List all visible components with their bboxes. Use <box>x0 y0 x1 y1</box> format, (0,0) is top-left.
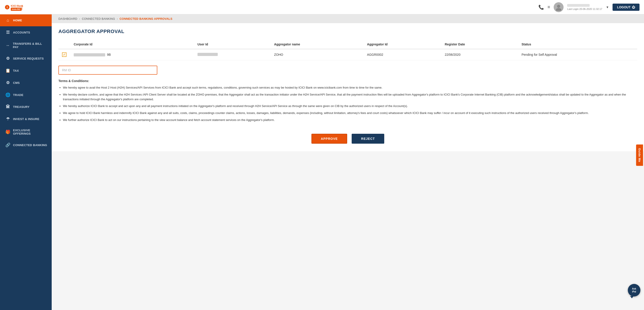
sidebar-label-home: HOME <box>13 19 22 22</box>
accounts-icon: ☰ <box>6 30 10 35</box>
layout: ⌂ HOME ☰ ACCOUNTS ↔ TRANSFERS & BILL PAY… <box>0 15 644 310</box>
approvals-table: Corporate Id User Id Aggregator name Agg… <box>58 40 637 60</box>
ask-ipal-button[interactable]: AskiPal <box>628 284 640 296</box>
last-login-time: Last Login 20-06-2020 11:32:17 <box>567 8 602 10</box>
sidebar-item-invest[interactable]: ☂ INVEST & INSURE <box>0 113 52 125</box>
user-id-masked <box>198 53 218 56</box>
avatar[interactable] <box>554 2 564 12</box>
terms-section: Terms & Conditions: We hereby agree to a… <box>58 79 637 123</box>
row-status: Pending for Self Approval <box>518 49 637 60</box>
svg-text:Insta BIZ: Insta BIZ <box>12 8 21 10</box>
header: i ICICI Bank Insta BIZ 📞 ≡ Last Login 20… <box>0 0 644 15</box>
checkmark-icon: ✓ <box>63 53 66 57</box>
col-status: Status <box>518 40 637 49</box>
terms-item-3: We hereby authorize ICICI Bank to accept… <box>63 104 637 109</box>
col-user-id: User Id <box>194 40 270 49</box>
row-user-id <box>194 49 270 60</box>
approve-button[interactable]: APPROVE <box>312 134 347 144</box>
exclusive-icon: 🎁 <box>6 130 10 134</box>
breadcrumb-connected-banking[interactable]: CONNECTED BANKING <box>82 17 115 21</box>
table-row: ✓ 9B ZOHO AGGR0002 22/06/2020 <box>58 49 637 60</box>
col-corporate-id: Corporate Id <box>70 40 194 49</box>
user-info: Last Login 20-06-2020 11:32:17 <box>567 4 602 10</box>
row-aggregator-id: AGGR0002 <box>363 49 441 60</box>
col-checkbox <box>58 40 70 49</box>
terms-item-4: We agree to hold ICICI Bank harmless and… <box>63 111 637 116</box>
sidebar-label-connected: CONNECTED BANKING <box>13 143 47 147</box>
treasury-icon: 🏛 <box>6 105 10 109</box>
corporate-id-suffix: 9B <box>107 53 111 57</box>
reject-button[interactable]: REJECT <box>352 134 384 144</box>
terms-item-5: We further authorize ICICI Bank to act o… <box>63 118 637 123</box>
sidebar-item-service[interactable]: ⚙ SERVICE REQUESTS <box>0 52 52 65</box>
row-register-date: 22/06/2020 <box>441 49 518 60</box>
user-dropdown-icon[interactable]: ▼ <box>606 6 609 9</box>
breadcrumb-sep-1: › <box>79 17 80 21</box>
sidebar-label-treasury: TREASURY <box>13 105 30 109</box>
page-title: AGGREGATOR APPROVAL <box>58 29 637 34</box>
username-masked <box>567 4 590 7</box>
sidebar-label-tax: TAX <box>13 69 19 72</box>
sidebar-item-cms[interactable]: ⚙ CMS <box>0 77 52 89</box>
corporate-id-masked <box>74 53 105 57</box>
sidebar-item-trade[interactable]: 🌐 TRADE <box>0 89 52 101</box>
transfers-icon: ↔ <box>6 43 10 48</box>
row-aggregator-name: ZOHO <box>270 49 363 60</box>
row-checkbox[interactable]: ✓ <box>62 52 66 57</box>
ask-ipal-label: AskiPal <box>632 287 636 293</box>
col-aggregator-name: Aggregator name <box>270 40 363 49</box>
guide-me-tab[interactable]: Guide Me <box>636 144 643 166</box>
logout-button[interactable]: LOGOUT ⏻ <box>612 4 640 11</box>
breadcrumb-approvals[interactable]: CONNECTED BANKING APPROVALS <box>120 17 172 21</box>
menu-icon[interactable]: ≡ <box>548 5 550 10</box>
sidebar-item-treasury[interactable]: 🏛 TREASURY <box>0 101 52 113</box>
breadcrumb-dashboard[interactable]: DASHBOARD <box>58 17 77 21</box>
sidebar-label-cms: CMS <box>13 81 20 85</box>
phone-icon[interactable]: 📞 <box>538 5 544 10</box>
rm-id-input[interactable] <box>58 66 157 75</box>
terms-title: Terms & Conditions: <box>58 79 637 83</box>
sidebar-label-exclusive: EXCLUSIVE OFFERINGS <box>13 129 47 135</box>
logo-svg: i ICICI Bank Insta BIZ <box>4 3 32 12</box>
icici-logo: i ICICI Bank Insta BIZ <box>4 3 32 12</box>
col-register-date: Register Date <box>441 40 518 49</box>
sidebar-item-home[interactable]: ⌂ HOME <box>0 15 52 26</box>
breadcrumb: DASHBOARD › CONNECTED BANKING › CONNECTE… <box>52 15 644 23</box>
sidebar-label-transfers: TRANSFERS & BILL PAY <box>13 42 47 49</box>
header-right: 📞 ≡ Last Login 20-06-2020 11:32:17 ▼ LOG… <box>538 2 640 12</box>
breadcrumb-sep-2: › <box>117 17 118 21</box>
trade-icon: 🌐 <box>6 92 10 97</box>
tax-icon: 📋 <box>6 68 10 73</box>
home-icon: ⌂ <box>6 18 10 23</box>
svg-text:i: i <box>7 6 8 9</box>
svg-text:ICICI Bank: ICICI Bank <box>11 5 23 7</box>
svg-point-7 <box>556 8 561 11</box>
sidebar-label-accounts: ACCOUNTS <box>13 31 30 34</box>
terms-item-2: We hereby declare confirm, and agree tha… <box>63 92 637 102</box>
sidebar-label-service: SERVICE REQUESTS <box>13 57 44 60</box>
action-buttons: APPROVE REJECT <box>58 129 637 146</box>
terms-list: We hereby agree to avail the Host 2 Host… <box>58 85 637 123</box>
power-icon: ⏻ <box>632 6 635 9</box>
page-content-area: AGGREGATOR APPROVAL Corporate Id User Id… <box>52 23 644 151</box>
terms-item-1: We hereby agree to avail the Host 2 Host… <box>63 85 637 90</box>
row-corporate-id: 9B <box>70 49 194 60</box>
cms-icon: ⚙ <box>6 80 10 85</box>
sidebar-item-tax[interactable]: 📋 TAX <box>0 65 52 77</box>
logo-area: i ICICI Bank Insta BIZ <box>4 3 32 12</box>
invest-icon: ☂ <box>6 116 10 121</box>
main-content: DASHBOARD › CONNECTED BANKING › CONNECTE… <box>52 15 644 310</box>
sidebar-label-trade: TRADE <box>13 93 23 97</box>
service-icon: ⚙ <box>6 56 10 61</box>
svg-point-6 <box>557 5 560 8</box>
sidebar-item-accounts[interactable]: ☰ ACCOUNTS <box>0 26 52 39</box>
avatar-svg <box>555 4 562 11</box>
table-header-row: Corporate Id User Id Aggregator name Agg… <box>58 40 637 49</box>
row-checkbox-cell: ✓ <box>58 49 70 60</box>
logout-label: LOGOUT <box>617 6 630 9</box>
connected-icon: 🔗 <box>6 143 10 147</box>
sidebar-item-transfers[interactable]: ↔ TRANSFERS & BILL PAY <box>0 39 52 52</box>
sidebar: ⌂ HOME ☰ ACCOUNTS ↔ TRANSFERS & BILL PAY… <box>0 15 52 310</box>
sidebar-item-exclusive[interactable]: 🎁 EXCLUSIVE OFFERINGS <box>0 125 52 139</box>
sidebar-item-connected[interactable]: 🔗 CONNECTED BANKING <box>0 139 52 151</box>
